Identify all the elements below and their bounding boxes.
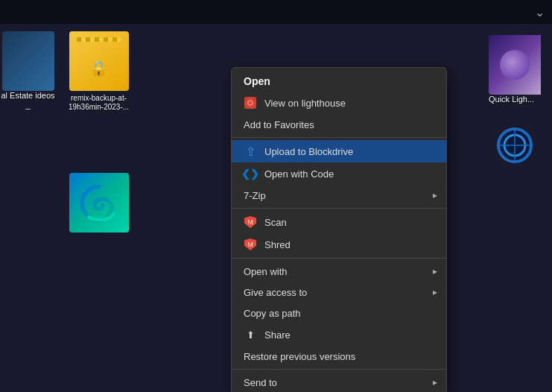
vscode-icon: ❮❯ bbox=[244, 167, 257, 180]
icon-real-estate-thumb bbox=[2, 31, 54, 91]
menu-item-open-with[interactable]: Open with ▸ bbox=[232, 261, 446, 282]
context-menu: Open ⬡ View on lighthouse Add to Favorit… bbox=[231, 67, 447, 392]
menu-item-open-code[interactable]: ❮❯ Open with Code bbox=[232, 162, 446, 185]
menu-item-send-to[interactable]: Send to ▸ bbox=[232, 372, 446, 392]
7zip-label: 7-Zip bbox=[244, 190, 266, 201]
menu-item-open[interactable]: Open bbox=[232, 71, 446, 92]
restore-versions-label: Restore previous versions bbox=[244, 351, 355, 362]
shred-malwarebytes-icon: M bbox=[244, 238, 257, 251]
open-code-label: Open with Code bbox=[264, 168, 334, 180]
icon-remix-thumb bbox=[69, 31, 129, 91]
send-to-label: Send to bbox=[244, 377, 277, 388]
7zip-arrow: ▸ bbox=[433, 190, 437, 200]
upload-blockdrive-label: Upload to Blockdrive bbox=[264, 146, 353, 157]
menu-item-give-access[interactable]: Give access to ▸ bbox=[232, 282, 446, 303]
menu-item-share[interactable]: ⬆ Share bbox=[232, 323, 446, 346]
icon-blue-circle-thumb bbox=[489, 116, 541, 175]
lighthouse-icon: ⬡ bbox=[244, 96, 257, 110]
open-with-label: Open with bbox=[244, 266, 288, 277]
separator-2 bbox=[232, 208, 446, 209]
menu-item-scan[interactable]: M Scan bbox=[232, 211, 446, 233]
separator-4 bbox=[232, 369, 446, 370]
menu-item-restore-versions[interactable]: Restore previous versions bbox=[232, 346, 446, 367]
desktop: al Estate ideos _ remix-backup-at-19h36m… bbox=[0, 24, 552, 392]
blockdrive-icon: ⇧ bbox=[244, 145, 257, 158]
icon-quick-light[interactable]: Quick Ligh... bbox=[489, 35, 548, 104]
view-lighthouse-label: View on lighthouse bbox=[264, 98, 346, 109]
icon-blue-circle[interactable] bbox=[489, 116, 548, 175]
chevron-icon[interactable]: ⌄ bbox=[535, 5, 545, 19]
scan-malwarebytes-icon: M bbox=[244, 215, 257, 229]
icon-edge-thumb bbox=[69, 173, 129, 233]
icon-real-estate-label: al Estate ideos _ bbox=[0, 91, 56, 110]
add-favorites-label: Add to Favorites bbox=[244, 119, 314, 130]
icon-remix-backup[interactable]: remix-backup-at-19h36min-2023-... bbox=[67, 31, 130, 112]
give-access-arrow: ▸ bbox=[433, 287, 437, 297]
give-access-label: Give access to bbox=[244, 287, 307, 298]
share-label: Share bbox=[264, 329, 291, 341]
menu-item-upload-blockdrive[interactable]: ⇧ Upload to Blockdrive bbox=[232, 140, 446, 162]
right-edge-icons: Quick Ligh... bbox=[485, 31, 552, 179]
separator-1 bbox=[232, 137, 446, 138]
icon-edge[interactable] bbox=[67, 173, 130, 235]
icon-quick-light-thumb bbox=[489, 35, 541, 95]
open-with-arrow: ▸ bbox=[433, 266, 437, 276]
menu-item-7zip[interactable]: 7-Zip ▸ bbox=[232, 185, 446, 206]
separator-3 bbox=[232, 258, 446, 259]
icon-remix-label: remix-backup-at-19h36min-2023-... bbox=[67, 94, 130, 112]
menu-item-shred[interactable]: M Shred bbox=[232, 233, 446, 256]
icon-real-estate[interactable]: al Estate ideos _ bbox=[0, 31, 56, 110]
copy-path-label: Copy as path bbox=[244, 308, 301, 319]
taskbar-top: ⌄ bbox=[0, 0, 552, 24]
share-icon: ⬆ bbox=[244, 328, 257, 341]
menu-item-add-favorites[interactable]: Add to Favorites bbox=[232, 114, 446, 135]
open-label: Open bbox=[244, 75, 270, 87]
scan-label: Scan bbox=[264, 217, 287, 228]
icon-quick-light-label: Quick Ligh... bbox=[489, 95, 534, 104]
menu-item-copy-path[interactable]: Copy as path bbox=[232, 303, 446, 323]
menu-item-view-lighthouse[interactable]: ⬡ View on lighthouse bbox=[232, 92, 446, 114]
send-to-arrow: ▸ bbox=[433, 377, 437, 388]
shred-label: Shred bbox=[264, 239, 291, 250]
